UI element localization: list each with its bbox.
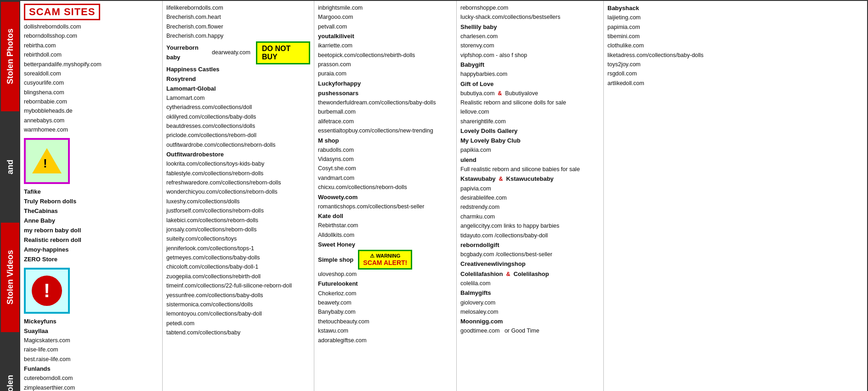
list-item: jenniferlook.com/collections/tops-1 [166,244,310,253]
column-4: rebornshoppe.com lucky-shack.com/collect… [457,1,604,391]
list-item: petvall.com [318,23,453,31]
list-item: Woowety.com [318,193,453,202]
list-item: Chokerloz.com [318,289,453,298]
list-item: dearweaty.com [212,48,250,57]
list-item: laijieting.com [607,13,743,22]
list-item: reborndollgift [460,241,600,250]
list-item: Realistic reborn doll [24,236,159,245]
list-item: uloveshop.com [318,270,453,279]
list-item: toys2joy.com [607,60,743,69]
list-item: angeliccityy.com links to happy barbies [460,222,600,230]
list-item: dollishreborndolls.com [24,23,159,31]
list-item: bcgbady.com /collections/best-seller [460,250,600,259]
list-item: lookrita.com/collections/toys-kids-baby [166,160,310,168]
list-item: tibemini.com [607,32,743,41]
list-item: giolovery.com [460,299,600,307]
list-item: Colelilashop [513,270,549,277]
stolen-videos-side-label: Stolen Videos [1,222,19,332]
list-item: kstawu.com [318,327,453,335]
list-item: clothulike.com [607,41,743,50]
list-item: oklilyred.com/collections/baby-dolls [166,113,310,121]
list-item: petedi.com [166,319,310,328]
realistic-reborn-silicone: Realistic reborn and silicone dolls for … [460,98,600,107]
side-labels: Stolen Photos and Stolen Videos Stolen [1,1,20,391]
list-item: Kate doll [318,212,453,221]
colelila-row: Colelilafashion & Colelilashop [460,270,600,279]
list-item: M shop [318,136,453,145]
list-item: youtalkiliveit [318,32,453,41]
column-5: Babyshack laijieting.com papimia.com tib… [604,1,746,391]
list-item: lifelikereborndolls.com [166,4,310,12]
yourreborn-row: Yourreborn baby dearweaty.com DO NOT BUY [166,41,310,64]
list-item: romanticshops.com/collections/best-selle… [318,202,453,211]
list-item: rebornbabie.com [24,98,159,106]
list-item: Banybaby.com [318,308,453,316]
list-item: rebirthdoll.com [24,51,159,59]
scam-sites-title: SCAM SITES [24,4,159,22]
list-item: thetouchbeauty.com [318,317,453,326]
list-item: burbemall.com [318,108,453,116]
list-item: essentialtopbuy.com/collections/new-tren… [318,126,453,135]
list-item: happybarbies.com [460,70,600,79]
list-item: adorablegiftse.com [318,336,453,345]
list-item: Truly Reborn dolls [24,197,159,206]
list-item: annebabys.com [24,116,159,125]
list-item: artlikedoll.com [607,79,743,88]
list-item: Funlands [24,364,159,374]
list-item: Moonnigg.com [460,317,600,326]
list-item: Luckyforhappy [318,79,453,88]
list-item: Sweet Honey [318,240,453,249]
list-item: timeinf.com/collections/22-full-silicone… [166,282,310,290]
list-item: zimpleaserthier.com [24,384,159,391]
list-item: beautdresses.com/collections/dolls [166,122,310,131]
scam-alert-text: SCAM ALERT! [363,259,407,266]
main-wrapper: Stolen Photos and Stolen Videos Stolen S… [0,0,868,391]
list-item: Cosyt.she.com [318,164,453,173]
list-item: sharerightlife.com [460,117,600,126]
list-item: warmhomee.com [24,126,159,134]
column-3: inbrightsmile.com Margooo.com petvall.co… [314,1,457,391]
list-item: lellove.com [460,108,600,116]
list-item: rebirtha.com [24,41,159,50]
list-item: getmeyes.com/collections/baby-dolls [166,253,310,262]
list-item: Yourreborn baby [166,43,210,62]
list-item: papimia.com [607,23,743,32]
list-item: Rebirthstar.com [318,221,453,230]
list-item: jonsaly.com/collections/reborn-dolls [166,225,310,234]
list-item: goodtimee.com or Good Time [460,327,600,335]
list-item: liketadress.com/collections/baby-dolls [607,51,743,60]
list-item: tidayuto.com /collections/baby-doll [460,231,600,240]
stolen-side-label: Stolen [1,332,19,391]
list-item: sistermonica.com/collections/dolls [166,300,310,309]
list-item: yessunfree.com/collections/baby-dolls [166,291,310,300]
list-item: vandmart.com [318,174,453,183]
list-item: TheCabinas [24,207,159,216]
list-item: ikarriette.com [318,41,453,50]
list-item: Babygift [460,60,600,69]
exclaim-icon-row: ! [24,265,159,316]
list-item: Magicskaters.com [24,336,159,345]
list-item: cytheriadress.com/collections/doll [166,103,310,112]
list-item: Alldollkits.com [318,231,453,240]
list-item: inbrightsmile.com [318,4,453,12]
list-item: Lamomart.com [166,94,310,103]
list-item: suiteity.com/collections/toys [166,235,310,243]
list-item: lakebici.com/collections/reborn-dolls [166,216,310,225]
triangle-shape [32,148,62,173]
list-item: my reborn baby doll [24,226,159,235]
list-item: chicxu.com/collections/reborn-dolls [318,183,453,192]
list-item: Gift of Love [460,80,600,89]
list-item: luxeshy.com/collections/dolls [166,197,310,206]
simple-shop-row: Simple shop ⚠ WARNING SCAM ALERT! [318,250,453,270]
list-item: cutereborndoll.com [24,374,159,383]
full-realistic-reborn: Full realistic reborn and silicone babie… [460,165,600,174]
list-item: betterpandalife.myshopify.com [24,60,159,69]
list-item: Brecherish.com.happy [166,32,310,40]
list-item: Tafike [24,187,159,196]
list-item: papikia.com [460,146,600,155]
list-item: justforself.com/collections/reborn-dolls [166,207,310,215]
list-item: pushessonars [318,89,453,98]
list-item: ZERO Store [24,255,159,264]
list-item: Brecherish.com.flower [166,23,310,31]
list-item: chicoloft.com/collections/baby-doll-1 [166,263,310,271]
